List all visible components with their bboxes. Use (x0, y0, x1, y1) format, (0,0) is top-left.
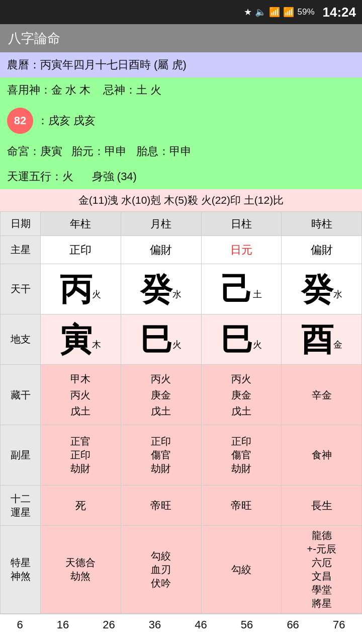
texing-label: 特星 神煞 (1, 526, 41, 614)
fuxing-1-0: 正印 (122, 435, 200, 448)
texing-row: 特星 神煞 天德合 劫煞 勾絞 血刃 伏吟 勾絞 龍德 +-元辰 六厄 文昌 學… (1, 526, 362, 614)
tiangan-big-0: 丙 (60, 271, 92, 307)
header-cell-4: 時柱 (282, 212, 362, 236)
dizhi-cell-1: 巳火 (121, 314, 201, 365)
texing-cell-2: 勾絞 (201, 526, 282, 614)
zanggan-1-0: 丙火 (122, 371, 200, 387)
zanggan-label: 藏干 (1, 365, 41, 425)
tiangan-small-1: 水 (172, 289, 182, 299)
texing-1-0: 勾絞 (122, 549, 200, 563)
status-time: 14:24 (323, 5, 356, 20)
texing-3-0: 龍德 (283, 529, 360, 542)
zanggan-row: 藏干 甲木 丙火 戊土 丙火 庚金 戊土 丙火 庚金 戊土 辛金 (1, 365, 362, 425)
zanggan-0-2: 戊土 (42, 403, 120, 419)
zanggan-2-2: 戊土 (203, 403, 281, 419)
main-table: 日期 年柱 月柱 日柱 時柱 主星 正印 偏財 日元 偏財 天干 丙火 癸水 己… (0, 211, 362, 614)
zhuxing-cell-2: 日元 (201, 236, 282, 264)
page-title: 八字論命 (8, 30, 60, 47)
tiangan-row: 天干 丙火 癸水 己土 癸水 (1, 264, 362, 314)
wifi-icon: 📶 (269, 7, 280, 18)
shenqiang-text: 身強 (34) (92, 169, 137, 184)
zhuxing-row: 主星 正印 偏財 日元 偏財 (1, 236, 362, 264)
dizhi-cell-2: 巳火 (201, 314, 282, 365)
tiangan-big-2: 己 (221, 271, 253, 307)
xiyongshen-row: 喜用神： 金 水 木 忌神： 土 火 (0, 77, 362, 103)
dizhi-small-2: 火 (253, 339, 262, 349)
yunxing-cell-1: 帝旺 (121, 486, 201, 526)
dizhi-small-3: 金 (333, 339, 342, 349)
texing-3-4: 學堂 (283, 583, 360, 597)
yunxing-cell-3: 長生 (282, 486, 362, 526)
lunardate-row: 農曆：丙寅年四月十七日酉時 (屬 虎) (0, 52, 362, 77)
tiangan-cell-2: 己土 (201, 264, 282, 314)
mute-icon: 🔈 (255, 7, 266, 18)
zanggan-cell-1: 丙火 庚金 戊土 (121, 365, 201, 425)
texing-0-0: 天德合 (42, 556, 120, 570)
fuxing-0-0: 正官 (42, 435, 120, 448)
dizhi-row: 地支 寅木 巳火 巳火 酉金 (1, 314, 362, 365)
texing-3-5: 將星 (283, 597, 360, 610)
bottom-num-0: 6 (17, 618, 23, 631)
zhuxing-cell-1: 偏財 (121, 236, 201, 264)
five-elements-row: 金(11)洩 水(10)剋 木(5)殺 火(22)印 土(12)比 (0, 189, 362, 211)
zanggan-3-0: 辛金 (283, 387, 360, 403)
zanggan-1-1: 庚金 (122, 387, 200, 403)
fuxing-cell-0: 正官 正印 劫財 (41, 425, 121, 486)
tiangan-big-3: 癸 (301, 271, 333, 307)
zanggan-2-1: 庚金 (203, 387, 281, 403)
zanggan-0-1: 丙火 (42, 387, 120, 403)
fuxing-cell-1: 正印 傷官 劫財 (121, 425, 201, 486)
minggong-row: 命宮：庚寅 胎元：甲申 胎息：甲申 (0, 139, 362, 164)
fuxing-label: 副星 (1, 425, 41, 486)
taixi-text: 胎息：甲申 (136, 144, 192, 159)
tiangan-cell-0: 丙火 (41, 264, 121, 314)
header-cell-3: 日柱 (201, 212, 282, 236)
fuxing-row: 副星 正官 正印 劫財 正印 傷官 劫財 正印 傷官 劫財 食神 (1, 425, 362, 486)
fuxing-cell-2: 正印 傷官 劫財 (201, 425, 282, 486)
texing-cell-1: 勾絞 血刃 伏吟 (121, 526, 201, 614)
bottom-num-4: 46 (195, 618, 207, 631)
fuxing-2-0: 正印 (203, 435, 281, 448)
zanggan-cell-2: 丙火 庚金 戊土 (201, 365, 282, 425)
fuxing-2-2: 劫財 (203, 462, 281, 475)
xiyong-value: 金 水 木 (51, 83, 90, 98)
bottom-num-6: 66 (287, 618, 299, 631)
texing-1-2: 伏吟 (122, 577, 200, 590)
tiangan-small-2: 土 (253, 289, 262, 299)
yunxing-label: 十二 運星 (1, 486, 41, 526)
title-bar: 八字論命 (0, 24, 362, 52)
bottom-num-3: 36 (149, 618, 161, 631)
status-icons: ★ 🔈 📶 📶 59% (244, 7, 314, 18)
score-badge: 82 (7, 108, 33, 134)
fuxing-0-1: 正印 (42, 448, 120, 462)
yunxing-cell-0: 死 (41, 486, 121, 526)
texing-3-3: 文昌 (283, 570, 360, 583)
tianyun-text: 天運五行：火 (7, 169, 73, 184)
tianyun-row: 天運五行：火 身強 (34) (0, 164, 362, 189)
minggong-text: 命宮：庚寅 (7, 144, 62, 159)
dizhi-cell-0: 寅木 (41, 314, 121, 365)
nayin-row: 82 ：戌亥 戌亥 (0, 103, 362, 139)
zanggan-cell-3: 辛金 (282, 365, 362, 425)
nayin-text: ：戌亥 戌亥 (37, 113, 96, 128)
lunardate-text: 農曆：丙寅年四月十七日酉時 (屬 虎) (7, 57, 187, 72)
zhuxing-cell-0: 正印 (41, 236, 121, 264)
fuxing-3-0: 食神 (283, 448, 360, 462)
fuxing-cell-3: 食神 (282, 425, 362, 486)
tiangan-cell-1: 癸水 (121, 264, 201, 314)
texing-2-0: 勾絞 (203, 563, 281, 577)
bottom-num-2: 26 (103, 618, 115, 631)
fuxing-2-1: 傷官 (203, 448, 281, 462)
bottom-num-1: 16 (57, 618, 69, 631)
dizhi-big-2: 巳 (221, 321, 253, 358)
bottom-num-7: 76 (333, 618, 345, 631)
fuxing-1-2: 劫財 (122, 462, 200, 475)
zhuxing-label: 主星 (1, 236, 41, 264)
jishen-value: 土 火 (136, 83, 161, 98)
zanggan-cell-0: 甲木 丙火 戊土 (41, 365, 121, 425)
texing-3-2: 六厄 (283, 556, 360, 570)
zanggan-2-0: 丙火 (203, 371, 281, 387)
dizhi-small-0: 木 (92, 339, 101, 349)
xiyong-label: 喜用神： (7, 83, 51, 98)
taiyuan-text: 胎元：甲申 (71, 144, 127, 159)
